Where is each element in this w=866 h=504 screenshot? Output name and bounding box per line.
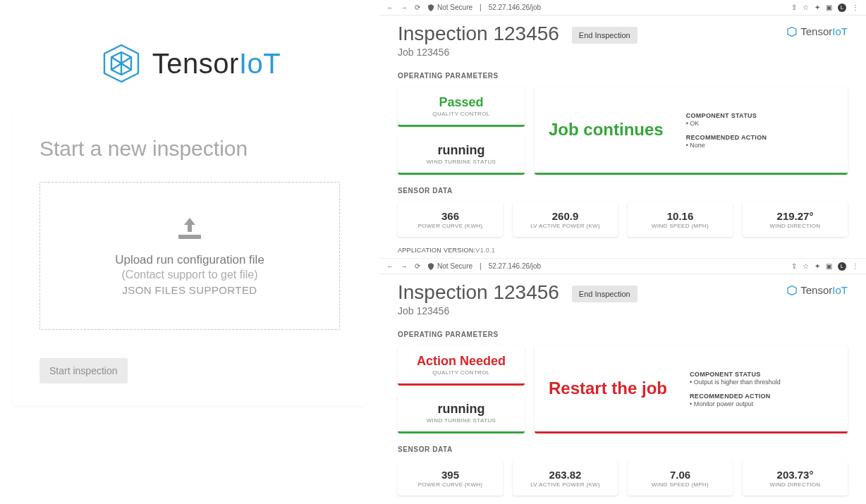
browser-toolbar: ← → ⟳ Not Secure | 52.27.146.26/job ⇪ ☆ … bbox=[379, 259, 866, 274]
dropzone-line-1: Upload run configuration file bbox=[115, 253, 264, 267]
browser-stack: ← → ⟳ Not Secure | 52.27.146.26/job ⇪ ☆ … bbox=[379, 0, 866, 504]
window-icon[interactable]: ▣ bbox=[826, 262, 832, 270]
action-panel: Restart the job COMPONENT STATUS • Outpu… bbox=[535, 345, 848, 431]
sensor-data-label: SENSOR DATA bbox=[398, 187, 848, 195]
browser-view-passed: ← → ⟳ Not Secure | 52.27.146.26/job ⇪ ☆ … bbox=[379, 0, 866, 259]
kebab-icon[interactable]: ⋮ bbox=[852, 4, 859, 11]
extensions-icon[interactable]: ✦ bbox=[815, 262, 820, 270]
operating-parameters-label: OPERATING PARAMETERS bbox=[398, 331, 848, 338]
turbine-status-card: running WIND TURBINE STATUS bbox=[398, 393, 525, 431]
address-bar[interactable]: 52.27.146.26/job bbox=[489, 4, 542, 11]
svg-marker-5 bbox=[788, 27, 796, 36]
component-status-value: • OK bbox=[686, 120, 767, 127]
sensor-wind-direction: 203.73° WIND DIRECTION bbox=[743, 460, 848, 496]
action-headline: Restart the job bbox=[549, 379, 667, 398]
star-icon[interactable]: ☆ bbox=[803, 4, 809, 11]
browser-toolbar: ← → ⟳ Not Secure | 52.27.146.26/job ⇪ ☆ … bbox=[379, 0, 866, 16]
inspection-title: Inspection 123456 bbox=[398, 281, 559, 304]
start-card: Start a new inspection Upload run config… bbox=[13, 113, 367, 406]
profile-avatar[interactable]: L bbox=[838, 4, 846, 12]
back-icon[interactable]: ← bbox=[386, 262, 394, 270]
back-icon[interactable]: ← bbox=[386, 4, 394, 11]
sensor-power-curve: 395 POWER CURVE (KWH) bbox=[398, 460, 503, 496]
brand-name: TensorIoT bbox=[152, 48, 281, 80]
app-brand-logo: TensorIoT bbox=[786, 284, 848, 296]
quality-value: Passed bbox=[439, 95, 483, 110]
extensions-icon[interactable]: ✦ bbox=[815, 4, 820, 11]
forward-icon[interactable]: → bbox=[401, 262, 408, 270]
end-inspection-button[interactable]: End Inspection bbox=[572, 27, 638, 44]
quality-control-card: Passed QUALITY CONTROL bbox=[398, 87, 525, 125]
sensor-data-label: SENSOR DATA bbox=[398, 445, 848, 453]
dropzone-line-2: (Contact support to get file) bbox=[122, 269, 258, 281]
turbine-value: running bbox=[438, 402, 485, 417]
forward-icon[interactable]: → bbox=[401, 4, 408, 11]
inspection-app: Inspection 123456 Job 123456 End Inspect… bbox=[379, 274, 866, 504]
sensor-wind-speed: 7.06 WIND SPEED (MPH) bbox=[628, 460, 733, 496]
action-headline: Job continues bbox=[549, 120, 664, 140]
sensor-wind-direction: 219.27° WIND DIRECTION bbox=[743, 202, 848, 237]
action-panel: Job continues COMPONENT STATUS • OK RECO… bbox=[535, 87, 848, 173]
job-subtitle: Job 123456 bbox=[398, 47, 559, 58]
component-status-value: • Output is higher than threshold bbox=[690, 379, 781, 386]
inspection-title: Inspection 123456 bbox=[398, 23, 559, 45]
operating-parameters-label: OPERATING PARAMETERS bbox=[398, 72, 848, 80]
app-brand-logo: TensorIoT bbox=[786, 25, 848, 37]
reload-icon[interactable]: ⟳ bbox=[415, 4, 420, 11]
brand-logo: TensorIoT bbox=[99, 41, 281, 86]
security-badge[interactable]: Not Secure bbox=[427, 262, 472, 270]
star-icon[interactable]: ☆ bbox=[803, 262, 809, 270]
end-inspection-button[interactable]: End Inspection bbox=[572, 285, 638, 302]
reload-icon[interactable]: ⟳ bbox=[415, 262, 420, 270]
cube-icon bbox=[786, 26, 798, 37]
sensor-wind-speed: 10.16 WIND SPEED (MPH) bbox=[628, 202, 733, 237]
recommended-action-value: • None bbox=[686, 142, 767, 149]
window-icon[interactable]: ▣ bbox=[826, 4, 832, 11]
start-inspection-button[interactable]: Start inspection bbox=[39, 358, 128, 383]
upload-icon bbox=[176, 216, 204, 240]
start-panel: TensorIoT Start a new inspection Upload … bbox=[0, 0, 379, 504]
dropzone-line-3: JSON FILES SUPPORTED bbox=[122, 284, 257, 296]
security-badge[interactable]: Not Secure bbox=[427, 4, 472, 11]
job-subtitle: Job 123456 bbox=[398, 305, 559, 316]
share-icon[interactable]: ⇪ bbox=[791, 262, 797, 270]
sensor-lv-active-power: 260.9 LV ACTIVE POWER (KW) bbox=[513, 202, 618, 237]
address-bar[interactable]: 52.27.146.26/job bbox=[489, 262, 542, 270]
start-title: Start a new inspection bbox=[39, 137, 340, 161]
turbine-value: running bbox=[438, 143, 485, 158]
quality-control-card: Action Needed QUALITY CONTROL bbox=[398, 345, 525, 383]
upload-dropzone[interactable]: Upload run configuration file (Contact s… bbox=[39, 182, 340, 330]
kebab-icon[interactable]: ⋮ bbox=[852, 262, 859, 270]
turbine-status-card: running WIND TURBINE STATUS bbox=[398, 135, 525, 173]
sensor-lv-active-power: 263.82 LV ACTIVE POWER (KW) bbox=[513, 460, 618, 496]
quality-value: Action Needed bbox=[417, 354, 506, 369]
cube-icon bbox=[786, 285, 798, 296]
recommended-action-value: • Monitor power output bbox=[690, 400, 781, 407]
share-icon[interactable]: ⇪ bbox=[791, 4, 797, 11]
browser-view-action-needed: ← → ⟳ Not Secure | 52.27.146.26/job ⇪ ☆ … bbox=[379, 259, 866, 504]
inspection-app: Inspection 123456 Job 123456 End Inspect… bbox=[379, 16, 866, 258]
svg-marker-6 bbox=[788, 285, 796, 295]
sensor-power-curve: 366 POWER CURVE (KWH) bbox=[398, 202, 503, 237]
cube-icon bbox=[99, 41, 144, 86]
profile-avatar[interactable]: L bbox=[838, 262, 846, 271]
app-version: APPLICATION VERSION:V1.0.1 bbox=[398, 247, 848, 254]
